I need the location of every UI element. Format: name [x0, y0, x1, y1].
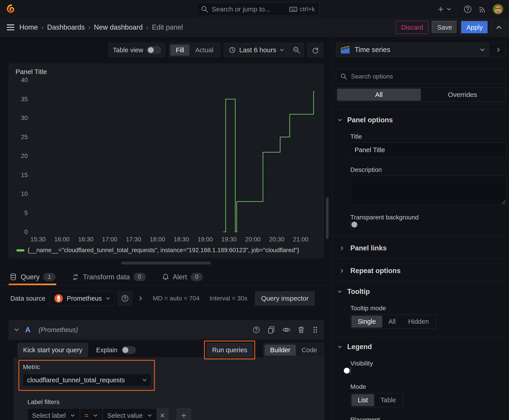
rss-icon	[478, 5, 487, 14]
datasource-picker[interactable]: Prometheus	[50, 291, 114, 306]
news-button[interactable]	[478, 5, 487, 14]
svg-text:5: 5	[24, 209, 28, 216]
query-help-icon[interactable]	[252, 326, 261, 334]
panel-resize-handle[interactable]	[121, 262, 211, 264]
panel-preview: Panel Title 051015202530354015:3016:0016…	[8, 64, 324, 258]
builder-option[interactable]: Builder	[265, 345, 296, 356]
breadcrumb-bar: Home › Dashboards › New dashboard › Edit…	[0, 18, 509, 37]
chevron-down-icon	[480, 47, 485, 52]
operator-dropdown[interactable]: =	[80, 408, 103, 420]
add-filter-button[interactable]	[177, 408, 191, 420]
breadcrumb-home[interactable]: Home	[19, 23, 38, 31]
close-icon	[160, 413, 165, 418]
chevron-right-icon: ›	[42, 24, 44, 31]
datasource-help-button[interactable]	[118, 291, 132, 306]
zoom-out-time-button[interactable]	[289, 43, 304, 57]
user-avatar[interactable]	[493, 4, 503, 14]
remove-filter-button[interactable]	[157, 408, 168, 420]
panel-resize-track	[0, 258, 332, 268]
breadcrumb-dashboards[interactable]: Dashboards	[47, 23, 85, 31]
tab-all[interactable]: All	[337, 89, 421, 101]
select-label-dropdown[interactable]: Select label	[27, 408, 80, 420]
resize-handle-icon[interactable]	[501, 200, 505, 204]
series-color-swatch	[16, 249, 24, 252]
legend-section-header[interactable]: Legend	[336, 343, 505, 351]
query-builder-body: Metric cloudflared_tunnel_total_requests…	[14, 357, 324, 420]
tooltip-section-header[interactable]: Tooltip	[336, 288, 505, 296]
code-option[interactable]: Code	[296, 345, 322, 356]
chevron-up-icon[interactable]	[495, 24, 502, 31]
legend-mode-table[interactable]: Table	[374, 394, 402, 406]
tab-query[interactable]: Query 1	[8, 273, 56, 285]
metric-select[interactable]: cloudflared_tunnel_total_requests	[23, 374, 151, 386]
fill-option[interactable]: Fill	[170, 45, 190, 56]
tooltip-mode-single[interactable]: Single	[351, 316, 382, 328]
transparent-background-toggle[interactable]	[350, 221, 351, 228]
vertical-scrollbar[interactable]	[326, 197, 328, 239]
help-button[interactable]	[463, 5, 472, 14]
panel-options-section-header[interactable]: Panel options	[336, 116, 505, 124]
refresh-button[interactable]	[307, 43, 323, 57]
metric-highlight: Metric cloudflared_tunnel_total_requests	[18, 360, 155, 391]
chart-legend: {__name__="cloudflared_tunnel_total_requ…	[15, 246, 318, 255]
panel-title: Panel Title	[15, 68, 318, 76]
actual-option[interactable]: Actual	[190, 45, 219, 56]
repeat-options-section[interactable]: Repeat options	[336, 265, 505, 276]
save-button[interactable]: Save	[432, 21, 457, 34]
discard-button[interactable]: Discard	[396, 21, 428, 34]
duplicate-query-icon[interactable]	[267, 326, 275, 334]
tooltip-mode-all[interactable]: All	[382, 316, 402, 328]
legend-mode-switch: List Table	[350, 393, 403, 407]
tab-alert[interactable]: Alert 0	[161, 273, 204, 285]
drag-handle-icon[interactable]	[312, 326, 319, 334]
collapse-chevron-icon[interactable]	[14, 327, 19, 332]
legend-visibility-label: Visibility	[350, 360, 505, 367]
toggle-visibility-icon[interactable]	[282, 326, 291, 333]
table-view-toggle[interactable]	[147, 46, 161, 54]
options-search[interactable]: Search options	[336, 69, 505, 84]
legend-mode-list[interactable]: List	[351, 394, 374, 406]
svg-text:20: 20	[21, 152, 28, 159]
run-queries-button[interactable]: Run queries	[206, 343, 253, 357]
label-filters-label: Label filters	[27, 398, 324, 406]
select-value-dropdown[interactable]: Select value	[103, 408, 157, 420]
svg-text:30: 30	[21, 114, 28, 121]
expand-options-chevron-icon[interactable]	[138, 296, 144, 301]
tooltip-mode-hidden[interactable]: Hidden	[402, 316, 435, 328]
explain-toggle[interactable]	[122, 346, 136, 354]
delete-query-icon[interactable]	[297, 326, 305, 334]
datasource-label: Data source	[10, 295, 45, 302]
panel-links-section[interactable]: Panel links	[336, 243, 505, 254]
apply-button[interactable]: Apply	[461, 21, 488, 34]
breadcrumb-new-dashboard[interactable]: New dashboard	[94, 23, 143, 31]
description-textarea[interactable]	[350, 176, 507, 205]
time-range-label: Last 6 hours	[239, 46, 276, 54]
query-inspector-button[interactable]: Query inspector	[255, 291, 315, 306]
question-circle-icon	[121, 294, 129, 303]
svg-text:16:00: 16:00	[54, 236, 69, 243]
plus-icon	[181, 412, 187, 419]
keyboard-icon	[289, 6, 297, 13]
grafana-logo[interactable]	[6, 4, 16, 14]
zoom-out-icon	[292, 46, 301, 54]
chevron-right-icon	[340, 268, 344, 273]
divider	[332, 281, 509, 281]
time-range-button[interactable]: Last 6 hours	[224, 46, 289, 54]
new-menu-button[interactable]	[437, 5, 451, 13]
global-search[interactable]: Search or jump to... ctrl+k	[197, 2, 319, 16]
open-viz-list-button[interactable]	[492, 43, 505, 57]
prometheus-icon	[54, 294, 63, 303]
datasource-name: Prometheus	[67, 295, 102, 302]
tab-overrides[interactable]: Overrides	[421, 89, 504, 101]
legend-visibility-toggle[interactable]	[350, 367, 351, 374]
query-row-header[interactable]: A (Prometheus)	[8, 320, 324, 340]
time-series-chart[interactable]: 051015202530354015:3016:0016:3017:0017:3…	[15, 77, 318, 246]
options-filter-tabs: All Overrides	[336, 88, 505, 102]
series-label[interactable]: {__name__="cloudflared_tunnel_total_requ…	[28, 247, 299, 254]
hamburger-menu-icon[interactable]	[7, 23, 14, 32]
panel-title-input[interactable]	[350, 142, 507, 157]
tab-transform-data[interactable]: Transform data 0	[71, 273, 146, 285]
kick-start-query-button[interactable]: Kick start your query	[17, 343, 88, 357]
title-field-label: Title	[350, 133, 505, 140]
visualization-picker[interactable]: Time series	[336, 43, 489, 57]
